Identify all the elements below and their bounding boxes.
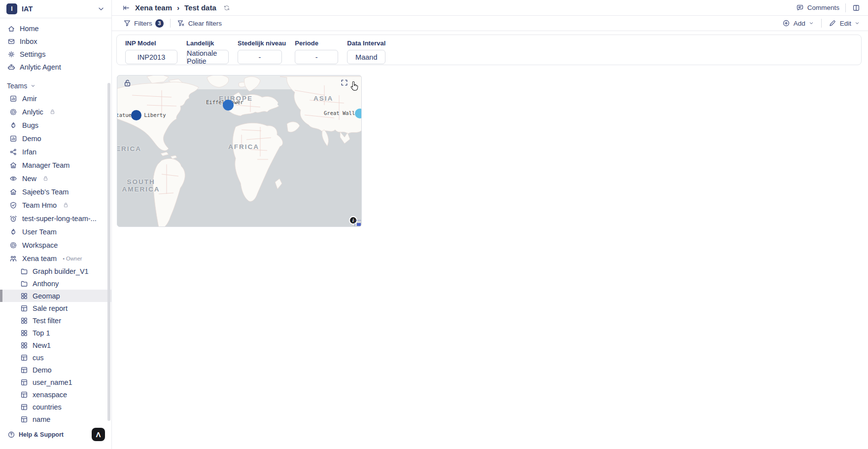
cursor-pointer (349, 80, 361, 95)
team-item[interactable]: Amir (0, 92, 111, 105)
filter-value-select[interactable]: Maand (347, 50, 385, 64)
teams-section-header[interactable]: Teams (0, 80, 111, 92)
clear-filters-button[interactable]: Clear filters (177, 19, 222, 28)
team-label: Manager Team (22, 161, 69, 169)
filters-button[interactable]: Filters 3 (123, 19, 164, 28)
team-label: Demo (22, 135, 41, 143)
breadcrumb-page[interactable]: Test data (184, 3, 216, 12)
table-icon (20, 415, 28, 423)
workspace-item-label: cus (33, 354, 44, 362)
table-icon (20, 353, 28, 362)
comments-button[interactable]: Comments (796, 3, 839, 12)
map-marker-great-wall[interactable] (355, 109, 362, 118)
layout-panel-button[interactable] (852, 3, 860, 12)
filter-value-select[interactable]: Nationale Politie (186, 50, 229, 64)
team-item[interactable]: Workspace (0, 238, 111, 252)
gear-icon (7, 50, 15, 59)
widget-resize-handle[interactable] (354, 220, 361, 226)
workspace-item[interactable]: name (0, 413, 111, 425)
workspace-item[interactable]: Sale report (0, 302, 111, 314)
workspace-item[interactable]: Top 1 (0, 327, 111, 339)
filter-label: Data Interval (347, 39, 385, 47)
workspace-item[interactable]: Test filter (0, 314, 111, 327)
teams-list: Amir Anlytic Bugs Demo Irfan (0, 92, 111, 265)
team-label: Amir (22, 95, 37, 103)
workspace-item[interactable]: user_name1 (0, 376, 111, 388)
workspace-items-list: Graph builder_V1 Anthony Geomap Sale rep… (0, 265, 111, 425)
filters-count-badge: 3 (155, 19, 164, 28)
team-label: Xena team (22, 255, 57, 262)
workspace-item[interactable]: cus (0, 351, 111, 364)
top-bar: Xena team › Test data Comments (112, 0, 868, 16)
team-item[interactable]: Sajeeb's Team (0, 185, 111, 198)
team-item[interactable]: Xena team Owner (0, 252, 111, 265)
sidebar-nav-item[interactable]: Home (0, 22, 111, 35)
filter-value-select[interactable]: - (295, 50, 338, 64)
chevron-down-icon (808, 20, 814, 26)
map-marker-statue-of-liberty[interactable] (131, 110, 141, 120)
team-label: Workspace (22, 241, 58, 249)
lock-icon (49, 109, 56, 115)
anlytic-logo-button[interactable]: Λ (92, 428, 105, 441)
comment-icon (796, 3, 804, 12)
filters-card: INP Model INP2013 Landelijk Nationale Po… (116, 35, 862, 65)
workspace-item-label: Anthony (33, 280, 59, 288)
team-item[interactable]: test-super-long-team-... (0, 212, 111, 225)
workspace-item[interactable]: xenaspace (0, 388, 111, 401)
refresh-icon[interactable] (223, 4, 230, 11)
map-marker-eiffel-tower[interactable] (223, 100, 234, 111)
fullscreen-button[interactable] (340, 78, 348, 89)
dashboard-icon (20, 329, 28, 337)
workspace-item-label: Top 1 (33, 329, 50, 337)
team-item[interactable]: Irfan (0, 145, 111, 158)
filter-value-select[interactable]: - (238, 50, 282, 64)
sidebar-nav-item[interactable]: Anlytic Agent (0, 61, 111, 74)
chevron-down-icon[interactable] (97, 5, 105, 13)
filter-value-select[interactable]: INP2013 (125, 50, 177, 64)
filter-label: Stedelijk niveau (238, 39, 286, 47)
workspace-item-label: Test filter (33, 317, 61, 325)
table-icon (20, 390, 28, 399)
add-label: Add (794, 20, 805, 27)
workspace-item-label: Sale report (33, 304, 68, 312)
sidebar-nav-item[interactable]: Settings (0, 48, 111, 61)
team-item[interactable]: Team Hmo (0, 198, 111, 212)
back-button[interactable] (122, 3, 130, 12)
workspace-item[interactable]: Graph builder_V1 (0, 265, 111, 277)
filter-bar: Filters 3 Clear filters Add Edit (112, 16, 868, 31)
team-item[interactable]: User Team (0, 225, 111, 238)
team-item[interactable]: Manager Team (0, 158, 111, 172)
help-support-button[interactable]: Help & Support (7, 430, 64, 439)
team-label: Anlytic (22, 108, 43, 116)
workspace-item[interactable]: Anthony (0, 277, 111, 290)
geomap-widget[interactable]: EUROPE ASIA AFRICA SOUTH AMERICA AMERICA… (117, 75, 362, 227)
breadcrumb-team[interactable]: Xena team (135, 3, 172, 12)
team-item[interactable]: Anlytic (0, 105, 111, 118)
edit-button[interactable]: Edit (829, 19, 860, 28)
pencil-icon (829, 19, 837, 28)
workspace-item[interactable]: New1 (0, 339, 111, 351)
workspace-item-label: Graph builder_V1 (33, 267, 89, 275)
sidebar: I IAT Home Inbox Settings Anlytic Agent … (0, 0, 112, 449)
add-button[interactable]: Add (782, 19, 814, 28)
people-icon (9, 254, 17, 262)
team-label: New (22, 175, 36, 183)
team-item[interactable]: New (0, 172, 111, 185)
team-item[interactable]: Demo (0, 132, 111, 145)
sidebar-nav-item[interactable]: Inbox (0, 35, 111, 48)
workspace-item[interactable]: Geomap (0, 290, 111, 302)
chevron-down-icon (854, 20, 860, 26)
team-item[interactable]: Bugs (0, 118, 111, 132)
workspace-item[interactable]: Demo (0, 364, 111, 376)
folder-icon (20, 279, 28, 288)
share-icon (9, 148, 17, 156)
chart-square-icon (9, 134, 17, 143)
sidebar-header[interactable]: I IAT (0, 0, 111, 18)
workspace-item[interactable]: countries (0, 401, 111, 413)
fingerprint-icon (9, 108, 17, 116)
lock-open-icon[interactable] (123, 79, 132, 89)
team-label: test-super-long-team-... (22, 215, 97, 223)
workspace-item-label: New1 (33, 341, 51, 349)
sidebar-nav: Home Inbox Settings Anlytic Agent (0, 18, 111, 74)
sidebar-scrollbar[interactable] (107, 83, 110, 421)
